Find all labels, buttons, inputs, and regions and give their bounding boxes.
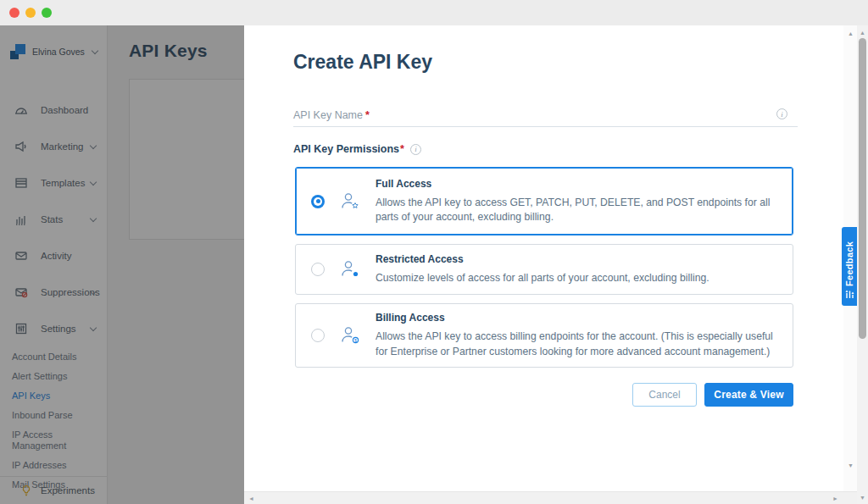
info-icon[interactable]: i (776, 108, 787, 119)
option-description: Allows the API key to access GET, PATCH,… (376, 196, 774, 225)
api-key-name-input[interactable]: API Key Name* i (293, 107, 798, 127)
radio-restricted-access[interactable] (311, 263, 325, 276)
required-asterisk: * (365, 109, 370, 121)
option-title: Full Access (376, 178, 774, 190)
close-window-button[interactable] (9, 8, 19, 18)
option-title: Billing Access (376, 312, 774, 324)
create-and-view-button[interactable]: Create & View (704, 383, 793, 407)
radio-full-access[interactable] (311, 195, 325, 208)
scroll-down-icon[interactable]: ▼ (848, 462, 854, 468)
minimize-window-button[interactable] (25, 8, 36, 18)
feedback-tab[interactable]: Feedback (842, 227, 857, 306)
person-star-icon (338, 190, 364, 213)
permissions-label: API Key Permissions* (293, 143, 404, 155)
maximize-window-button[interactable] (42, 8, 52, 18)
radio-billing-access[interactable] (311, 329, 325, 342)
required-asterisk: * (400, 143, 404, 155)
option-description: Customize levels of access for all parts… (376, 271, 709, 285)
create-api-key-modal: Create API Key API Key Name* i API Key P… (244, 25, 857, 504)
api-key-name-placeholder: API Key Name (293, 109, 363, 121)
option-billing-access[interactable]: $ Billing Access Allows the API key to a… (295, 303, 793, 368)
scroll-down-icon[interactable]: ▼ (860, 495, 865, 501)
option-full-access[interactable]: Full Access Allows the API key to access… (295, 167, 793, 235)
permissions-label-row: API Key Permissions* i (293, 143, 421, 155)
bars-arrows-icon (845, 290, 854, 299)
modal-horizontal-scrollbar[interactable]: ◄ ► (244, 491, 857, 504)
scrollbar-thumb[interactable] (859, 38, 866, 339)
option-description: Allows the API key to access billing end… (376, 330, 774, 359)
svg-text:$: $ (354, 338, 357, 343)
info-icon[interactable]: i (410, 144, 421, 155)
scroll-up-icon[interactable]: ▲ (848, 30, 854, 36)
option-restricted-access[interactable]: Restricted Access Customize levels of ac… (295, 244, 793, 295)
scroll-left-icon[interactable]: ◄ (248, 496, 254, 501)
person-dot-icon (338, 258, 364, 281)
person-dollar-icon: $ (338, 324, 364, 347)
option-title: Restricted Access (376, 253, 709, 265)
cancel-button[interactable]: Cancel (632, 383, 697, 407)
scroll-right-icon[interactable]: ► (832, 496, 838, 501)
window-titlebar (0, 0, 868, 25)
feedback-label: Feedback (844, 234, 854, 286)
modal-title: Create API Key (293, 51, 432, 74)
window-scrollbar[interactable]: ▲ ▼ (857, 25, 868, 504)
scroll-up-icon[interactable]: ▲ (860, 30, 865, 36)
modal-actions: Cancel Create & View (295, 383, 793, 407)
